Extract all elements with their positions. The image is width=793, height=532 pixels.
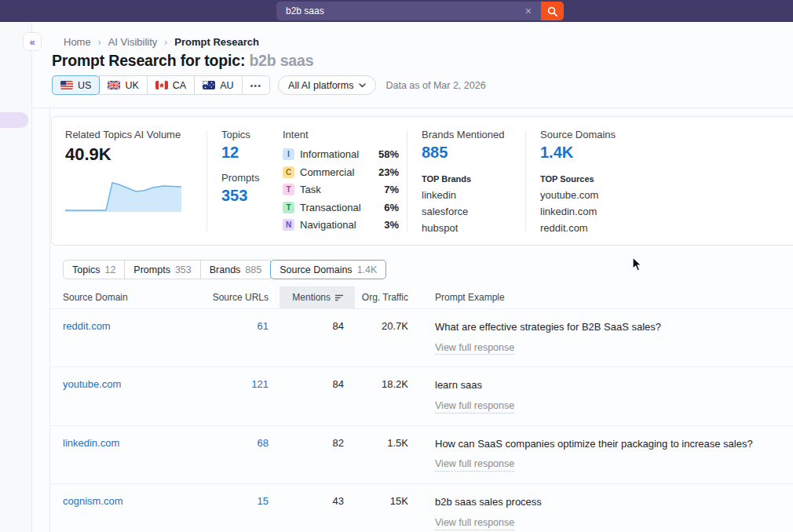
flag-us-icon xyxy=(60,81,73,89)
intent-name: Informational xyxy=(300,148,359,160)
source-urls-value[interactable]: 121 xyxy=(187,378,280,390)
intent-pct: 23% xyxy=(378,166,399,178)
tab-count: 885 xyxy=(245,264,261,275)
tab-count: 353 xyxy=(175,264,192,275)
country-tab-ca[interactable]: CA xyxy=(147,75,195,95)
topbar-search: × xyxy=(276,2,564,20)
intent-row-navigational: N Navigational 3% xyxy=(283,219,399,231)
country-label: CA xyxy=(173,80,186,91)
top-brands-label: TOP Brands xyxy=(422,174,525,184)
country-tab-us[interactable]: US xyxy=(52,75,100,95)
org-traffic-value: 20.7K xyxy=(355,320,419,332)
top-source-item: reddit.com xyxy=(540,222,793,234)
intent-list: I Informational 58% C Commercial 23% T T… xyxy=(283,148,407,231)
source-urls-value[interactable]: 61 xyxy=(187,320,280,332)
tab-topics[interactable]: Topics 12 xyxy=(63,260,125,279)
main-content-panel: Related Topics AI Volume 40.9K Topics 12… xyxy=(49,108,793,532)
breadcrumb-home[interactable]: Home xyxy=(64,36,91,48)
sources-value[interactable]: 1.4K xyxy=(540,144,793,162)
chevron-right-icon: › xyxy=(164,37,167,48)
domain-link[interactable]: cognism.com xyxy=(63,495,187,507)
view-full-response-link[interactable]: View full response xyxy=(435,516,514,530)
intent-label: Intent xyxy=(283,129,407,140)
intent-row-task: T Task 7% xyxy=(283,184,399,195)
ai-platform-dropdown-value: All AI platforms xyxy=(288,80,353,91)
intent-row-transactional: T Transactional 6% xyxy=(283,202,399,213)
breadcrumb-ai-visibility[interactable]: AI Visibility xyxy=(108,36,158,48)
top-brand-item: linkedin xyxy=(422,189,525,201)
tab-label: Brands xyxy=(210,264,241,275)
breadcrumb-current: Prompt Research xyxy=(174,36,259,48)
top-source-item: linkedin.com xyxy=(540,206,793,217)
intent-name: Task xyxy=(300,184,321,195)
tab-label: Source Domains xyxy=(280,264,352,275)
country-label: US xyxy=(78,80,91,91)
filter-row: US UK CA xyxy=(52,75,486,95)
table-row: reddit.com 61 84 20.7K What are effectiv… xyxy=(50,308,793,366)
table-header: Source Domain Source URLs Mentions Org. … xyxy=(50,286,793,308)
col-source-urls[interactable]: Source URLs xyxy=(187,292,280,303)
intent-commercial-icon: C xyxy=(283,166,294,178)
sidebar-active-item-pill[interactable] xyxy=(0,112,28,128)
source-domains-table: Source Domain Source URLs Mentions Org. … xyxy=(50,286,793,532)
prompts-value[interactable]: 353 xyxy=(221,187,275,205)
search-input[interactable] xyxy=(286,5,522,16)
data-as-of-label: Data as of Mar 2, 2026 xyxy=(384,80,485,91)
table-row: linkedin.com 68 82 1.5K How can SaaS com… xyxy=(50,425,793,483)
domain-link[interactable]: linkedin.com xyxy=(63,437,187,449)
collapse-sidebar-button[interactable]: « xyxy=(23,32,42,51)
more-countries-button[interactable]: ••• xyxy=(242,75,271,95)
page-title: Prompt Research for topic: b2b saas xyxy=(52,52,313,70)
clear-search-icon[interactable]: × xyxy=(522,5,535,16)
top-brands-list: linkedin salesforce hubspot xyxy=(422,189,525,234)
tab-source-domains[interactable]: Source Domains 1.4K xyxy=(270,260,386,279)
country-tab-au[interactable]: AU xyxy=(194,75,242,95)
prompt-text: learn saas xyxy=(435,378,793,392)
topics-value[interactable]: 12 xyxy=(221,144,275,162)
intent-navigational-icon: N xyxy=(283,219,294,231)
country-label: UK xyxy=(125,80,138,91)
source-urls-value[interactable]: 68 xyxy=(187,437,280,449)
overview-stats-card: Related Topics AI Volume 40.9K Topics 12… xyxy=(51,116,793,246)
counts-section: Topics 12 Prompts 353 xyxy=(207,129,275,233)
search-field-wrap: × xyxy=(276,2,541,20)
ai-volume-value: 40.9K xyxy=(65,144,206,165)
col-mentions-sorted[interactable]: Mentions xyxy=(280,286,355,308)
top-source-item: youtube.com xyxy=(540,189,793,201)
intent-pct: 3% xyxy=(384,219,399,231)
ai-platform-dropdown[interactable]: All AI platforms xyxy=(278,75,376,95)
brands-value[interactable]: 885 xyxy=(422,144,525,162)
top-navigation-bar: × xyxy=(0,0,793,22)
org-traffic-value: 15K xyxy=(355,495,419,507)
org-traffic-value: 1.5K xyxy=(355,437,419,449)
prompt-example-cell: What are effective strategies for B2B Sa… xyxy=(419,320,793,355)
sources-section: Source Domains 1.4K TOP Sources youtube.… xyxy=(526,129,793,233)
view-full-response-link[interactable]: View full response xyxy=(435,341,514,355)
org-traffic-value: 18.2K xyxy=(355,378,419,390)
view-full-response-link[interactable]: View full response xyxy=(435,399,514,414)
search-button[interactable] xyxy=(541,2,564,20)
top-sources-label: TOP Sources xyxy=(540,174,793,184)
ai-volume-sparkline xyxy=(65,174,183,213)
flag-uk-icon xyxy=(108,81,120,89)
prompt-text: What are effective strategies for B2B Sa… xyxy=(435,320,793,334)
col-org-traffic[interactable]: Org. Traffic xyxy=(355,292,419,303)
domain-link[interactable]: reddit.com xyxy=(63,320,187,332)
country-tab-uk[interactable]: UK xyxy=(99,75,147,95)
tab-prompts[interactable]: Prompts 353 xyxy=(124,260,200,279)
prompt-text: b2b saas sales process xyxy=(435,495,793,509)
top-brand-item: salesforce xyxy=(422,206,525,217)
col-source-domain[interactable]: Source Domain xyxy=(63,292,187,303)
source-urls-value[interactable]: 15 xyxy=(187,495,280,507)
ai-volume-sparkline-area xyxy=(65,183,181,212)
chevron-right-icon: › xyxy=(98,37,101,48)
tab-label: Prompts xyxy=(133,264,170,275)
domain-link[interactable]: youtube.com xyxy=(63,378,187,390)
intent-pct: 7% xyxy=(384,184,399,195)
intent-name: Transactional xyxy=(300,202,361,213)
view-full-response-link[interactable]: View full response xyxy=(435,457,514,472)
tab-brands[interactable]: Brands 885 xyxy=(200,260,271,279)
page-title-prefix: Prompt Research for topic: xyxy=(52,52,249,69)
tab-count: 1.4K xyxy=(357,264,378,275)
ai-volume-label: Related Topics AI Volume xyxy=(65,129,206,140)
